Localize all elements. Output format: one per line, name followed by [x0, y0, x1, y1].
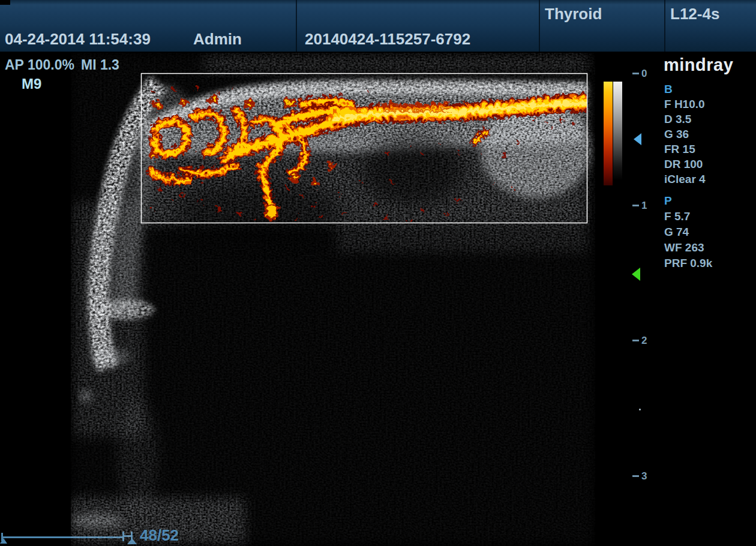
focus-marker-icon[interactable] [634, 133, 641, 145]
header-bar: 04-24-2014 11:54:39 Admin 20140424-11525… [0, 0, 756, 52]
header-divider [664, 0, 665, 52]
b-param-frequency: F H10.0 [664, 97, 706, 112]
probe-button[interactable]: L12-4s [670, 5, 719, 23]
b-mode-label: B [664, 82, 706, 97]
doppler-focus-marker-icon[interactable] [632, 268, 640, 281]
b-param-gain: G 36 [664, 127, 706, 142]
exam-preset-button[interactable]: Thyroid [545, 5, 602, 23]
grayscale-bar [613, 82, 622, 185]
p-param-prf: PRF 0.9k [664, 256, 712, 271]
exam-id-label[interactable]: 20140424-115257-6792 [305, 30, 470, 49]
b-param-depth: D 3.5 [664, 112, 706, 127]
b-param-dynamicrange: DR 100 [664, 157, 706, 172]
depth-tick-3: 3 [632, 471, 647, 481]
system-model-label: M9 [22, 76, 41, 92]
depth-tick-0: 0 [632, 68, 647, 79]
b-param-framerate: FR 15 [664, 142, 706, 157]
tick-dash [632, 73, 639, 74]
operator-label[interactable]: Admin [193, 30, 242, 49]
mindray-logo: mindray [664, 55, 733, 75]
doppler-color-bar [604, 82, 613, 185]
depth-tick-2: 2 [632, 335, 647, 346]
mechanical-index-label: MI 1.3 [81, 57, 119, 73]
power-mode-parameters: P F 5.7 G 74 WF 263 PRF 0.9k [664, 193, 712, 271]
header-divider [539, 0, 540, 52]
p-param-wallfilter: WF 263 [664, 240, 712, 256]
b-param-iclear: iClear 4 [664, 172, 706, 187]
ultrasound-screen: 04-24-2014 11:54:39 Admin 20140424-11525… [0, 0, 756, 546]
frame-counter: 48/52 [140, 526, 179, 545]
tick-dash [632, 205, 639, 206]
depth-tick-1: 1 [632, 200, 647, 211]
p-param-gain: G 74 [664, 224, 712, 240]
depth-minor-dot [639, 409, 641, 410]
b-mode-parameters: B F H10.0 D 3.5 G 36 FR 15 DR 100 iClear… [664, 82, 706, 187]
p-mode-label: P [664, 193, 712, 209]
tick-dash [632, 340, 639, 341]
p-param-frequency: F 5.7 [664, 209, 712, 224]
tick-dash [632, 475, 639, 477]
header-divider [296, 0, 297, 52]
ultrasound-image [0, 0, 756, 546]
datetime-label: 04-24-2014 11:54:39 [5, 30, 151, 49]
acoustic-power-label: AP 100.0% [5, 57, 74, 73]
header-notch [0, 0, 10, 5]
